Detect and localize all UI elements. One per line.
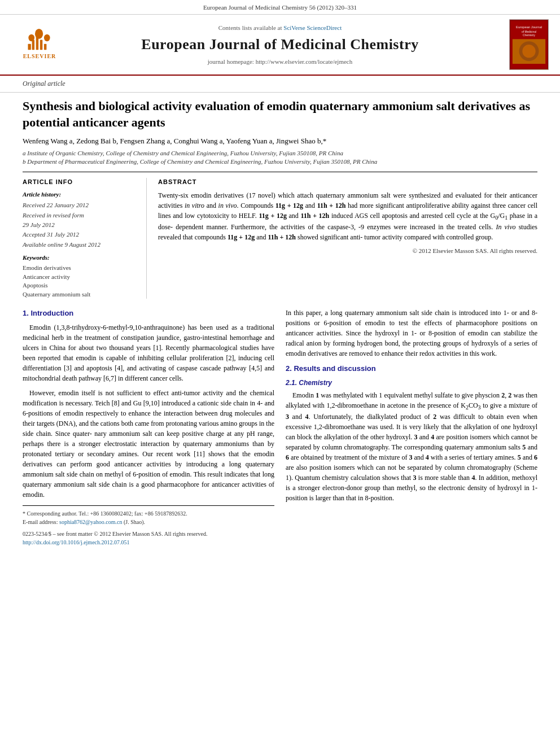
elsevier-wordmark: ELSEVIER — [23, 53, 56, 60]
main-content: Synthesis and biological activity evalua… — [0, 93, 560, 557]
article-info-abstract-section: ARTICLE INFO Article history: Received 2… — [23, 172, 537, 299]
available-online: Available online 9 August 2012 — [23, 241, 138, 249]
journal-cover-image: European Journal of Medicinal Chemistry — [509, 19, 549, 70]
svg-point-15 — [522, 45, 535, 58]
body-content: 1. Introduction Emodin (1,3,8-trihydroxy… — [23, 308, 537, 547]
svg-point-7 — [44, 34, 50, 41]
keyword-1: Emodin derivatives — [23, 264, 138, 272]
keyword-4: Quaternary ammonium salt — [23, 290, 138, 299]
elsevier-logo-icon — [24, 29, 55, 51]
article-type-bar: Original article — [0, 76, 560, 93]
page-wrapper: European Journal of Medicinal Chemistry … — [0, 0, 560, 747]
intro-para-1: Emodin (1,3,8-trihydroxy-6-methyl-9,10-a… — [23, 322, 274, 383]
article-history-label: Article history: — [23, 190, 138, 199]
svg-rect-1 — [32, 40, 34, 50]
email-link[interactable]: sophia8762@yahoo.com.cn — [59, 519, 122, 525]
elsevier-brand: ELSEVIER — [23, 29, 56, 60]
received-revised-label: Received in revised form — [23, 211, 138, 220]
contents-line: Contents lists available at SciVerse Sci… — [68, 24, 492, 32]
chemistry-para-1: Emodin 1 was methylated with 1 equivalen… — [286, 390, 537, 503]
affiliations: a Institute of Organic Chemistry, Colleg… — [23, 149, 537, 167]
authors-text: Wenfeng Wang a, Zedong Bai b, Fengsen Zh… — [23, 137, 326, 145]
email-note: E-mail address: sophia8762@yahoo.com.cn … — [23, 518, 274, 526]
svg-point-6 — [29, 34, 35, 41]
top-reference-bar: European Journal of Medicinal Chemistry … — [0, 0, 560, 15]
svg-point-5 — [35, 29, 43, 39]
svg-text:of Medicinal: of Medicinal — [522, 30, 536, 33]
header-left: ELSEVIER — [11, 29, 68, 60]
abstract-column: ABSTRACT Twenty-six emodin derivatives (… — [158, 178, 537, 299]
received-date: Received 22 January 2012 — [23, 201, 138, 209]
keyword-3: Apoptosis — [23, 281, 138, 290]
corresponding-author-note: * Corresponding author. Tel.: +86 136008… — [23, 509, 274, 518]
svg-rect-3 — [40, 40, 42, 50]
keyword-2: Anticancer activity — [23, 273, 138, 281]
article-info-heading: ARTICLE INFO — [23, 178, 138, 186]
authors-line: Wenfeng Wang a, Zedong Bai b, Fengsen Zh… — [23, 136, 537, 146]
svg-rect-4 — [44, 44, 46, 50]
results-section-title: 2. Results and discussion — [286, 363, 537, 374]
keywords-label: Keywords: — [23, 254, 138, 262]
doi-note: http://dx.doi.org/10.1016/j.ejmech.2012.… — [23, 538, 274, 547]
issn-note: 0223-5234/$ – see front matter © 2012 El… — [23, 530, 274, 538]
svg-text:European Journal: European Journal — [516, 25, 542, 29]
journal-homepage: journal homepage: http://www.elsevier.co… — [68, 58, 492, 66]
svg-rect-0 — [28, 44, 31, 50]
header-right: European Journal of Medicinal Chemistry — [492, 19, 549, 70]
intro-para-2: However, emodin itself is not sufficient… — [23, 388, 274, 500]
journal-reference: European Journal of Medicinal Chemistry … — [203, 4, 357, 11]
doi-link[interactable]: http://dx.doi.org/10.1016/j.ejmech.2012.… — [23, 539, 130, 545]
accepted-date: Accepted 31 July 2012 — [23, 230, 138, 239]
body-left-col: 1. Introduction Emodin (1,3,8-trihydroxy… — [23, 308, 274, 547]
body-two-col: 1. Introduction Emodin (1,3,8-trihydroxy… — [23, 308, 537, 547]
sciverse-link[interactable]: SciVerse ScienceDirect — [283, 24, 342, 31]
abstract-heading: ABSTRACT — [158, 178, 537, 186]
journal-header: ELSEVIER Contents lists available at Sci… — [0, 15, 560, 76]
abstract-copyright: © 2012 Elsevier Masson SAS. All rights r… — [158, 247, 537, 255]
chemistry-subsection-title: 2.1. Chemistry — [286, 378, 537, 388]
affiliation-b: b Department of Pharmaceutical Engineeri… — [23, 158, 537, 166]
footnote-area: * Corresponding author. Tel.: +86 136008… — [23, 505, 274, 547]
abstract-text: Twenty-six emodin derivatives (17 novel)… — [158, 190, 537, 242]
header-center: Contents lists available at SciVerse Sci… — [68, 24, 492, 66]
svg-text:Chemistry: Chemistry — [523, 34, 535, 37]
right-intro-para-1: In this paper, a long quaternary ammoniu… — [286, 308, 537, 359]
article-title: Synthesis and biological activity evalua… — [23, 98, 537, 130]
article-type-label: Original article — [23, 80, 65, 88]
body-right-col: In this paper, a long quaternary ammoniu… — [286, 308, 537, 547]
affiliation-a: a Institute of Organic Chemistry, Colleg… — [23, 149, 537, 158]
cover-svg: European Journal of Medicinal Chemistry — [510, 19, 548, 70]
intro-section-title: 1. Introduction — [23, 308, 274, 319]
journal-title: European Journal of Medicinal Chemistry — [68, 34, 492, 55]
article-info-column: ARTICLE INFO Article history: Received 2… — [23, 178, 147, 299]
revised-date: 29 July 2012 — [23, 221, 138, 229]
